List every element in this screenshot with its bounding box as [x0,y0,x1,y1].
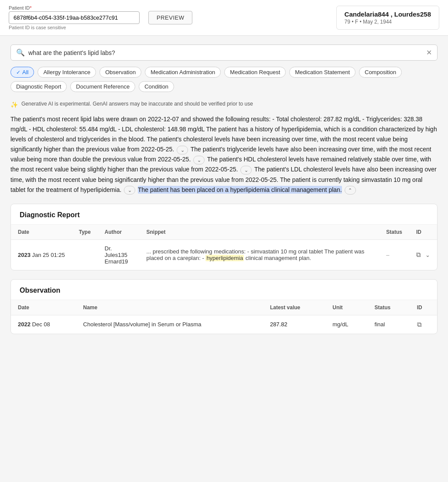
copy-icon[interactable]: ⧉ [417,321,422,328]
observation-card: Observation Date Name Latest value Unit … [10,279,438,334]
col-date: Date [11,225,72,240]
date-cell: 2022 Dec 08 [11,315,76,334]
author-cell: Dr. Jules135 Ernard19 [98,239,140,270]
patient-id-group: Patient ID* Patient ID is case sensitive [9,5,140,30]
id-cell: ⧉ [410,315,437,334]
expand-button-3[interactable]: ⌄ [240,166,252,174]
author-line2: Ernard19 [105,258,133,265]
patient-name: Candelaria844 , Lourdes258 [345,10,431,18]
filter-chip-label: Allergy Intolerance [43,69,90,75]
date-year: 2022 [18,321,31,328]
status-cell: final [368,315,410,334]
col-id: ID [410,300,437,315]
expand-button-5[interactable]: ⌃ [345,186,356,195]
col-unit: Unit [325,300,367,315]
col-latest-value: Latest value [263,300,325,315]
filter-chip-label: All [22,69,28,75]
snippet-highlight: hyperlipidemia [205,255,244,261]
search-input[interactable] [28,49,423,56]
snippet-after: clinical management plan. [244,255,311,261]
diagnostic-report-title: Diagnostic Report [11,204,437,225]
col-type: Type [72,225,98,240]
filter-chips: ✓ All Allergy Intolerance Observation Me… [10,67,438,92]
filter-chip-allergy[interactable]: Allergy Intolerance [38,67,96,78]
filter-chip-label: Composition [365,69,396,75]
observation-title: Observation [11,280,437,300]
date-cell: 2023 Jan 25 01:25 [11,239,72,270]
diagnostic-report-card: Diagnostic Report Date Type Author Snipp… [10,204,438,270]
patient-info-card: Candelaria844 , Lourdes258 79 • F • May … [336,6,439,30]
unit-cell: mg/dL [325,315,367,334]
col-status: Status [379,225,409,240]
filter-chip-composition[interactable]: Composition [359,67,402,78]
latest-value: 287.82 [270,321,287,328]
col-id: ID [409,225,437,240]
patient-id-hint: Patient ID is case sensitive [9,25,140,30]
filter-chip-observation[interactable]: Observation [99,67,141,78]
col-date: Date [11,300,76,315]
author-line1: Dr. Jules135 [105,245,133,258]
filter-chip-label: Observation [105,69,136,75]
filter-chip-label: Condition [144,83,168,90]
patient-details: 79 • F • May 2, 1944 [345,19,431,25]
latest-value-cell: 287.82 [263,315,325,334]
filter-chip-label: Medication Administration [150,69,215,75]
action-cell: ⧉ ⌄ [416,251,430,259]
filter-chip-condition[interactable]: Condition [139,81,174,92]
filter-chip-label: Medication Statement [295,69,350,75]
filter-chip-label: Diagnostic Report [16,83,61,90]
filter-chip-doc-ref[interactable]: Document Reference [70,81,135,92]
filter-chip-med-request[interactable]: Medication Request [224,67,286,78]
status-value: final [375,321,385,328]
status-value: – [386,252,389,258]
status-cell: – [379,239,409,270]
clear-icon[interactable]: ✕ [426,48,432,57]
filter-chip-label: Document Reference [76,83,130,90]
table-header-row: Date Type Author Snippet Status ID [11,225,437,240]
preview-button[interactable]: PREVIEW [148,11,192,24]
date-rest: Jan 25 01:25 [32,252,65,258]
expand-button-1[interactable]: ⌄ [177,146,188,154]
observation-table: Date Name Latest value Unit Status ID 20… [11,300,437,334]
ai-response: The patient's most recent lipid labs wer… [10,114,438,195]
search-icon: 🔍 [16,48,25,57]
filter-chip-diagnostic[interactable]: Diagnostic Report [10,81,67,92]
highlighted-response-text: The patient has been placed on a hyperli… [138,186,342,194]
diagnostic-report-table: Date Type Author Snippet Status ID 2023 … [11,225,437,270]
table-row: 2022 Dec 08 Cholesterol [Mass/volume] in… [11,315,437,334]
search-container: 🔍 ✕ [10,44,438,61]
date-year: 2023 [18,252,31,258]
expand-button-4[interactable]: ⌄ [124,186,135,195]
required-marker: * [30,5,31,10]
check-icon: ✓ [16,69,21,75]
col-snippet: Snippet [140,225,380,240]
id-cell: ⧉ ⌄ [409,239,437,270]
filter-chip-med-admin[interactable]: Medication Administration [145,67,221,78]
header-bar: Patient ID* Patient ID is case sensitive… [0,0,448,36]
type-cell [72,239,98,270]
name-cell: Cholesterol [Mass/volume] in Serum or Pl… [76,315,263,334]
filter-chip-label: Medication Request [230,69,280,75]
expand-button-2[interactable]: ⌄ [193,156,205,164]
filter-chip-med-statement[interactable]: Medication Statement [289,67,356,78]
ai-notice: ✨ Generative AI is experimental. GenAI a… [10,101,438,108]
date-rest: Dec 08 [32,321,50,328]
ai-notice-text: Generative AI is experimental. GenAI ans… [21,101,253,107]
copy-icon[interactable]: ⧉ [416,251,421,259]
filter-chip-all[interactable]: ✓ All [10,67,34,78]
expand-row-button[interactable]: ⌄ [425,252,430,258]
table-row: 2023 Jan 25 01:25 Dr. Jules135 Ernard19 … [11,239,437,270]
patient-id-input[interactable] [9,11,140,24]
table-header-row: Date Name Latest value Unit Status ID [11,300,437,315]
col-author: Author [98,225,140,240]
col-name: Name [76,300,263,315]
main-content: 🔍 ✕ ✓ All Allergy Intolerance Observatio… [0,36,448,352]
snippet-cell: ... prescribed the following medications… [140,239,380,270]
patient-id-label: Patient ID* [9,5,140,10]
ai-sparkle-icon: ✨ [10,101,18,108]
col-status: Status [368,300,410,315]
